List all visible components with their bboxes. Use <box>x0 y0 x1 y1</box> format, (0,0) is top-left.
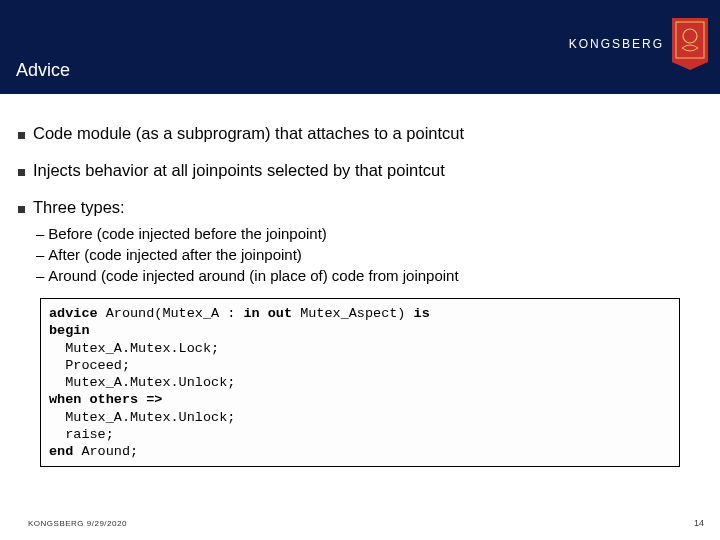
bullet-item: Code module (as a subprogram) that attac… <box>18 124 702 143</box>
code-text: Mutex_A.Mutex.Unlock; <box>49 410 235 425</box>
footer-text: KONGSBERG 9/29/2020 <box>28 519 127 528</box>
code-block: advice Around(Mutex_A : in out Mutex_Asp… <box>40 298 680 467</box>
kw: is <box>414 306 430 321</box>
code-text: Around(Mutex_A : <box>98 306 244 321</box>
code-text: Mutex_A.Mutex.Lock; <box>49 341 219 356</box>
dash-bullet-icon: – <box>36 267 44 284</box>
bullet-text: Three types: <box>33 198 125 217</box>
kw: advice <box>49 306 98 321</box>
slide-body: Code module (as a subprogram) that attac… <box>0 94 720 467</box>
kw: end <box>49 444 73 459</box>
code-text: Proceed; <box>49 358 130 373</box>
sub-bullet-text: Before (code injected before the joinpoi… <box>48 225 327 242</box>
brand-block: KONGSBERG <box>569 18 708 70</box>
sub-bullet-item: – Around (code injected around (in place… <box>36 267 702 284</box>
code-text: raise; <box>49 427 114 442</box>
sub-bullet-text: Around (code injected around (in place o… <box>48 267 458 284</box>
sub-bullet-item: – After (code injected after the joinpoi… <box>36 246 702 263</box>
bullet-item: Three types: <box>18 198 702 217</box>
bullet-text: Injects behavior at all joinpoints selec… <box>33 161 445 180</box>
dash-bullet-icon: – <box>36 225 44 242</box>
kw: in out <box>243 306 292 321</box>
bullet-text: Code module (as a subprogram) that attac… <box>33 124 464 143</box>
dash-bullet-icon: – <box>36 246 44 263</box>
square-bullet-icon <box>18 169 25 176</box>
sub-bullet-text: After (code injected after the joinpoint… <box>48 246 301 263</box>
code-text: Mutex_A.Mutex.Unlock; <box>49 375 235 390</box>
code-text: Around; <box>73 444 138 459</box>
kw: when others => <box>49 392 162 407</box>
bullet-item: Injects behavior at all joinpoints selec… <box>18 161 702 180</box>
page-number: 14 <box>694 518 704 528</box>
svg-rect-0 <box>672 18 708 62</box>
kw: begin <box>49 323 90 338</box>
square-bullet-icon <box>18 206 25 213</box>
slide-header: Advice KONGSBERG <box>0 0 720 94</box>
code-text: Mutex_Aspect) <box>292 306 414 321</box>
sub-bullet-item: – Before (code injected before the joinp… <box>36 225 702 242</box>
crest-icon <box>672 18 708 70</box>
square-bullet-icon <box>18 132 25 139</box>
slide-title: Advice <box>16 60 70 81</box>
brand-text: KONGSBERG <box>569 37 664 51</box>
